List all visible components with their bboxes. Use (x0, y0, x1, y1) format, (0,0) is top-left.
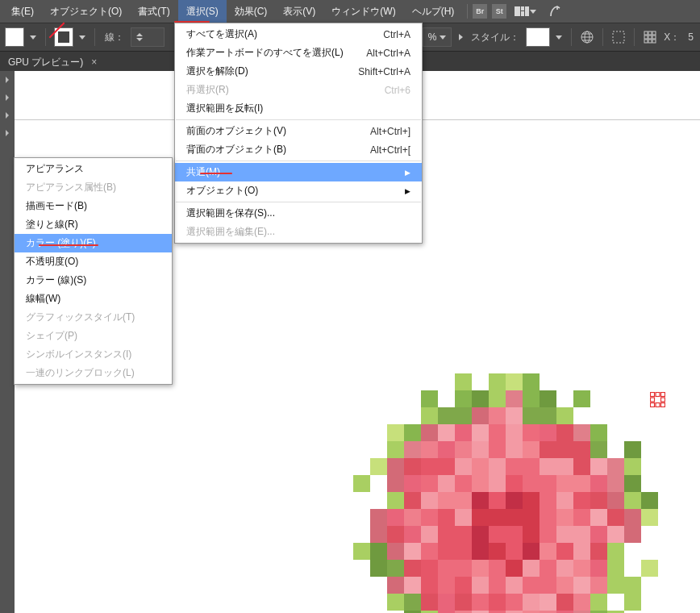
mosaic-pixel (404, 441, 421, 458)
mosaic-pixel (472, 390, 489, 407)
mosaic-pixel (540, 390, 556, 407)
mosaic-pixel (455, 594, 472, 611)
menu-item[interactable]: 選択を解除(D)Shift+Ctrl+A (175, 62, 422, 81)
tool-placeholder[interactable] (0, 89, 15, 106)
mosaic-pixel (573, 475, 590, 492)
bridge-icon[interactable]: Br (473, 4, 487, 19)
mosaic-pixel (455, 475, 472, 492)
menu-item-label: 選択を解除(D) (186, 65, 339, 78)
mosaic-pixel (438, 509, 455, 526)
opacity-dropdown[interactable]: % (423, 27, 452, 47)
menu-item[interactable]: 選択範囲を反転(I) (175, 99, 422, 118)
mosaic-pixel (387, 526, 404, 543)
menu-item[interactable]: アピアランス (15, 160, 172, 178)
menu-separator (176, 161, 421, 161)
mosaic-pixel (641, 492, 658, 509)
mosaic-pixel (506, 492, 523, 509)
menu-item-shortcut: Alt+Ctrl+[ (370, 144, 410, 156)
menu-effect[interactable]: 効果(C) (227, 0, 276, 23)
menu-item[interactable]: 線幅(W) (15, 290, 172, 308)
mosaic-pixel (404, 492, 421, 509)
svg-rect-18 (661, 393, 665, 397)
menu-window[interactable]: ウィンドウ(W) (323, 0, 403, 23)
menu-item-shortcut: Ctrl+6 (385, 85, 410, 96)
globe-icon[interactable] (580, 30, 594, 44)
tool-placeholder[interactable] (0, 106, 15, 124)
menu-item: 選択範囲を編集(E)... (175, 223, 422, 241)
chevron-right-icon[interactable] (456, 30, 465, 44)
workspace-switcher-icon[interactable] (515, 4, 529, 19)
mosaic-pixel (472, 407, 489, 424)
mosaic-pixel (556, 407, 573, 424)
mosaic-pixel (556, 509, 573, 526)
mosaic-pixel (573, 577, 590, 594)
menu-help[interactable]: ヘルプ(H) (404, 0, 463, 23)
menu-select[interactable]: 選択(S) (178, 0, 227, 23)
menu-item[interactable]: 塗りと線(R) (15, 215, 172, 234)
search-icon[interactable] (548, 4, 563, 19)
underline-fillcolor (39, 244, 98, 246)
svg-rect-9 (652, 31, 656, 35)
menu-view[interactable]: 表示(V) (275, 0, 323, 23)
mosaic-pixel (387, 509, 404, 526)
document-tab[interactable]: GPU プレビュー) × (0, 52, 105, 73)
chevron-down-icon[interactable] (529, 4, 537, 19)
menu-item: グラフィックスタイル(T) (15, 308, 172, 327)
menu-item: シェイプ(P) (15, 327, 172, 345)
menu-item-label: オブジェクト(O) (186, 184, 385, 198)
mosaic-pixel (573, 390, 590, 407)
mosaic-pixel (438, 424, 455, 441)
mosaic-pixel (472, 424, 489, 441)
chevron-down-icon[interactable] (29, 30, 37, 44)
svg-rect-20 (661, 398, 665, 402)
stroke-swatch[interactable] (54, 27, 73, 47)
mosaic-pixel (472, 492, 489, 509)
menu-object[interactable]: オブジェクト(O) (42, 0, 130, 23)
chevron-down-icon[interactable] (78, 30, 86, 44)
mosaic-pixel (506, 407, 523, 424)
menu-item[interactable]: オブジェクト(O)▶ (175, 181, 422, 200)
mosaic-pixel (370, 509, 387, 526)
mosaic-pixel (523, 594, 540, 611)
menu-item[interactable]: 描画モード(B) (15, 197, 172, 215)
menu-item-label: 線幅(W) (26, 292, 160, 306)
menu-item[interactable]: 不透明度(O) (15, 252, 172, 271)
mosaic-pixel (404, 543, 421, 560)
menu-item[interactable]: すべてを選択(A)Ctrl+A (175, 25, 422, 44)
menu-file[interactable]: 集(E) (3, 0, 42, 23)
svg-rect-23 (661, 403, 665, 407)
style-swatch[interactable] (526, 27, 550, 47)
separator (94, 28, 95, 46)
stroke-weight-dropdown[interactable] (131, 27, 165, 47)
fill-swatch[interactable] (5, 27, 24, 47)
mosaic-pixel (590, 560, 607, 577)
menu-item[interactable]: 選択範囲を保存(S)... (175, 204, 422, 223)
close-icon[interactable]: × (91, 56, 97, 68)
mosaic-pixel (506, 441, 523, 458)
menu-item[interactable]: 前面のオブジェクト(V)Alt+Ctrl+] (175, 122, 422, 140)
tool-placeholder[interactable] (0, 124, 15, 142)
align-selection-icon[interactable] (611, 30, 626, 44)
chevron-down-icon[interactable] (555, 30, 563, 44)
menu-type[interactable]: 書式(T) (130, 0, 177, 23)
menu-item[interactable]: 背面のオブジェクト(B)Alt+Ctrl+[ (175, 140, 422, 159)
underline-common (200, 173, 232, 174)
menu-item-label: グラフィックスタイル(T) (26, 311, 160, 324)
mosaic-pixel (523, 441, 540, 458)
menu-item[interactable]: カラー (線)(S) (15, 271, 172, 290)
menu-item-label: 再選択(R) (186, 83, 365, 97)
mosaic-pixel (421, 458, 438, 475)
tool-placeholder[interactable] (0, 71, 15, 89)
mosaic-pixel (573, 458, 590, 475)
mosaic-pixel (540, 475, 556, 492)
stock-icon[interactable]: St (492, 4, 506, 19)
mosaic-pixel (556, 475, 573, 492)
mosaic-pixel (506, 390, 523, 407)
mosaic-pixel (590, 577, 607, 594)
transform-reference-icon[interactable] (643, 30, 657, 44)
menu-item[interactable]: 作業アートボードのすべてを選択(L)Alt+Ctrl+A (175, 44, 422, 62)
mosaic-pixel (421, 407, 438, 424)
menu-item[interactable]: カラー (塗り)(F) (15, 234, 172, 252)
mosaic-pixel (438, 407, 455, 424)
mosaic-pixel (421, 543, 438, 560)
